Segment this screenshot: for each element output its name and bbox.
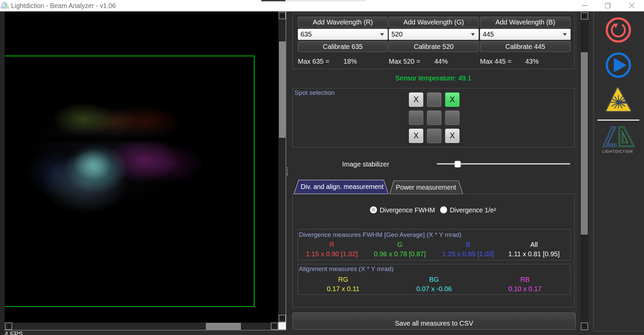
svg-text:LIGHTDICTION: LIGHTDICTION [602, 149, 633, 153]
svg-text:LIGHTDICTION: LIGHTDICTION [1, 8, 9, 9]
